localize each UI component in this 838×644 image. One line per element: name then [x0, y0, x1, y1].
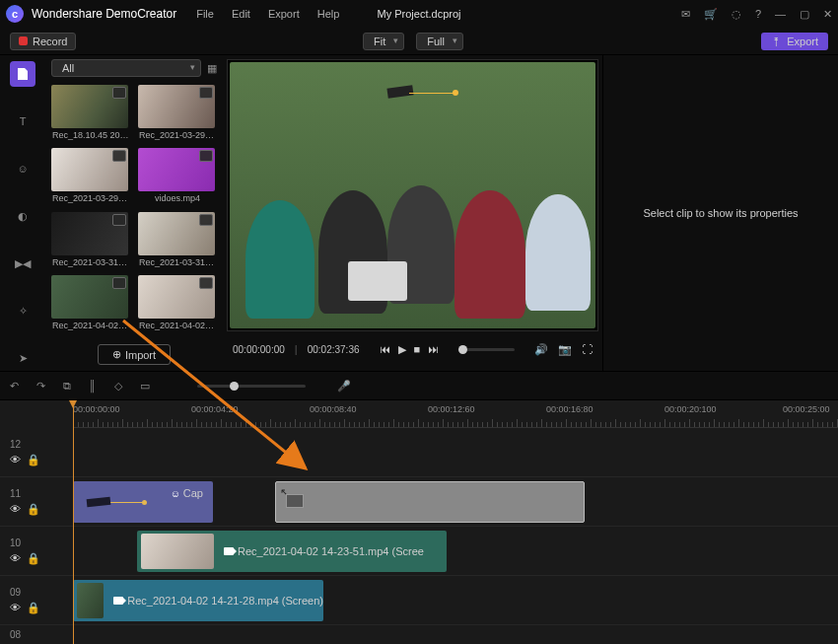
fullscreen-icon[interactable]: ⛶ [582, 343, 593, 356]
visibility-icon[interactable]: 👁 [10, 503, 21, 516]
track-row: 12 👁🔒 [0, 428, 838, 477]
media-panel: All ▦ Rec_18.10.45 2021... Rec_2021-03-2… [45, 55, 223, 371]
track-header: 08 [0, 625, 73, 644]
track-header: 09 👁🔒 [0, 576, 73, 624]
tab-cursor[interactable]: ➤ [10, 345, 35, 371]
visibility-icon[interactable]: 👁 [10, 552, 21, 565]
crop-icon[interactable]: ⧉ [63, 380, 71, 393]
lock-icon[interactable]: 🔒 [27, 454, 40, 466]
volume-icon[interactable]: 🔊 [534, 343, 548, 356]
prev-frame-icon[interactable]: ⏮ [380, 343, 390, 356]
track-row: 10 👁🔒 Rec_2021-04-02 14-23-51.mp4 (Scree [0, 527, 838, 576]
menu-help[interactable]: Help [317, 8, 340, 20]
lock-icon[interactable]: 🔒 [27, 602, 40, 614]
track-header: 12 👁🔒 [0, 428, 73, 476]
ruler-tick: 00:00:25:00 [783, 404, 830, 414]
record-dot-icon [19, 36, 28, 45]
close-icon[interactable]: ✕ [823, 8, 832, 21]
menu-edit[interactable]: Edit [232, 8, 250, 20]
fit-select[interactable]: Fit [363, 33, 404, 50]
maximize-icon[interactable]: ▢ [800, 8, 809, 21]
media-filter-select[interactable]: All [51, 59, 201, 77]
ruler-tick: 00:00:08:40 [310, 404, 357, 414]
stop-icon[interactable]: ■ [414, 343, 421, 356]
side-tab-strip: T ☺ ◐ ▶◀ ✧ ➤ [0, 55, 45, 371]
visibility-icon[interactable]: 👁 [10, 454, 21, 466]
clip-cap[interactable]: ☺ Cap [73, 481, 213, 523]
preview-area: 00:00:00:00 | 00:02:37:36 ⏮ ▶ ■ ⏭ 🔊 📷 ⛶ … [223, 55, 838, 371]
properties-panel: Select clip to show its properties [602, 55, 838, 371]
timeline: 00:00:00:00 00:00:04:20 00:00:08:40 00:0… [0, 400, 838, 644]
media-thumb[interactable]: Rec_2021-03-31 16... [138, 212, 217, 271]
preview-scrubber[interactable] [458, 348, 515, 351]
minimize-icon[interactable]: — [775, 8, 786, 21]
track-header: 11 👁🔒 [0, 477, 73, 526]
clip-drop-target[interactable]: ↖ [275, 481, 585, 523]
grid-view-icon[interactable]: ▦ [207, 62, 217, 75]
full-select[interactable]: Full [416, 33, 463, 50]
redo-icon[interactable]: ↷ [36, 380, 45, 393]
media-thumb[interactable]: vidoes.mp4 [138, 148, 217, 207]
export-label: Export [787, 36, 818, 47]
export-button[interactable]: ⭱ Export [761, 33, 828, 50]
clip-label: Rec_2021-04-02 14-23-51.mp4 (Scree [238, 545, 424, 557]
mail-icon[interactable]: ✉ [681, 8, 690, 21]
tab-effects[interactable]: ✧ [10, 298, 35, 323]
media-thumb[interactable]: Rec_2021-03-31 14... [51, 212, 130, 271]
app-logo: c [6, 5, 24, 23]
time-ruler[interactable]: 00:00:00:00 00:00:04:20 00:00:08:40 00:0… [73, 400, 838, 428]
time-sep: | [295, 343, 298, 355]
main-area: T ☺ ◐ ▶◀ ✧ ➤ All ▦ Rec_18.10.45 2021... … [0, 55, 838, 371]
menu-export[interactable]: Export [268, 8, 300, 20]
cap-annotation [387, 77, 427, 107]
properties-placeholder: Select clip to show its properties [643, 207, 798, 219]
app-name: Wondershare DemoCreator [32, 7, 176, 21]
tab-transition[interactable]: ▶◀ [10, 250, 35, 276]
lock-icon[interactable]: 🔒 [27, 552, 40, 565]
tab-sticker[interactable]: ☺ [10, 156, 35, 181]
record-button[interactable]: Record [10, 33, 76, 50]
next-frame-icon[interactable]: ⏭ [428, 343, 439, 356]
record-label: Record [33, 36, 67, 47]
import-button[interactable]: ⊕ Import [98, 344, 171, 365]
media-thumb[interactable]: Rec_18.10.45 2021... [51, 85, 130, 144]
video-frame [230, 62, 595, 328]
playhead[interactable] [73, 400, 74, 644]
timeline-tool-strip: ↶ ↷ ⧉ ║ ◇ ▭ 🎤 [0, 371, 838, 400]
help-icon[interactable]: ? [755, 8, 761, 21]
track-number: 09 [10, 587, 73, 598]
clip-video-bot[interactable]: Rec_2021-04-02 14-21-28.mp4 (Screen) [73, 580, 323, 621]
tab-media[interactable] [10, 61, 35, 87]
clip-label: Cap [183, 487, 203, 499]
user-icon[interactable]: ◌ [732, 8, 741, 21]
snapshot-icon[interactable]: 📷 [558, 343, 572, 356]
upload-icon: ⭱ [771, 36, 782, 47]
media-thumb[interactable]: Rec_2021-03-29 09... [138, 85, 217, 144]
clip-video-mid[interactable]: Rec_2021-04-02 14-23-51.mp4 (Scree [137, 531, 447, 572]
tab-globe[interactable]: ◐ [10, 203, 35, 229]
media-thumb[interactable]: Rec_2021-03-29 09... [51, 148, 130, 207]
undo-icon[interactable]: ↶ [10, 380, 19, 393]
track-number: 11 [10, 488, 73, 499]
track-header: 10 👁🔒 [0, 527, 73, 575]
lock-icon[interactable]: 🔒 [27, 503, 40, 516]
ruler-tick: 00:00:20:100 [664, 404, 717, 414]
split-icon[interactable]: ║ [89, 380, 97, 392]
visibility-icon[interactable]: 👁 [10, 602, 21, 614]
track-number: 12 [10, 439, 73, 450]
transport-bar: 00:00:00:00 | 00:02:37:36 ⏮ ▶ ■ ⏭ 🔊 📷 ⛶ [227, 331, 598, 367]
menu-file[interactable]: File [196, 8, 214, 20]
timeline-zoom-slider[interactable] [197, 385, 306, 388]
clip-label: Rec_2021-04-02 14-21-28.mp4 (Screen) [127, 595, 323, 607]
track-row: 09 👁🔒 Rec_2021-04-02 14-21-28.mp4 (Scree… [0, 576, 838, 625]
media-thumb[interactable]: Rec_2021-04-02 14... [51, 275, 130, 334]
cart-icon[interactable]: 🛒 [704, 8, 718, 21]
import-icon: ⊕ [112, 348, 121, 361]
mic-icon[interactable]: 🎤 [337, 380, 351, 393]
tab-text[interactable]: T [10, 108, 35, 134]
play-icon[interactable]: ▶ [398, 343, 406, 356]
speed-icon[interactable]: ▭ [140, 380, 150, 393]
marker-icon[interactable]: ◇ [114, 380, 122, 393]
video-viewer[interactable] [227, 59, 598, 331]
media-thumb[interactable]: Rec_2021-04-02 14... [138, 275, 217, 334]
